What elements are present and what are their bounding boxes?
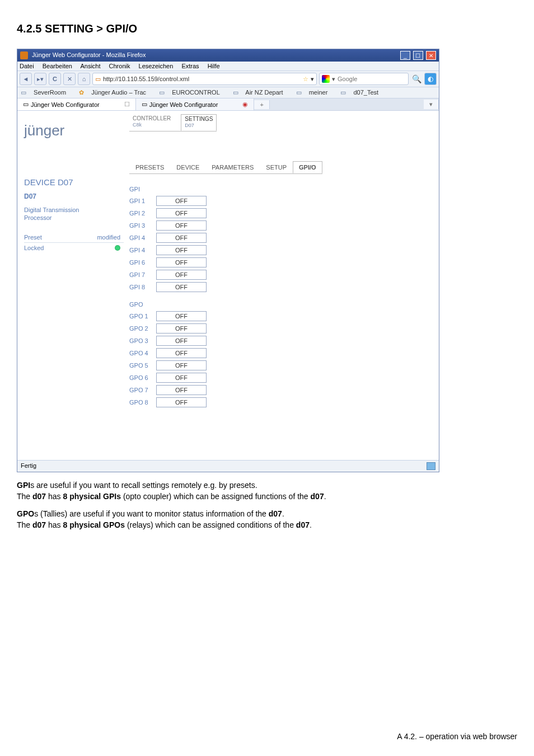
gpo-row: GPO 4OFF xyxy=(129,348,433,358)
gpo-select[interactable]: OFF xyxy=(156,311,207,321)
gpi-select[interactable]: OFF xyxy=(156,220,207,231)
subtab-gpio[interactable]: GPI/O xyxy=(293,161,322,173)
device-subtitle: D07 xyxy=(24,192,124,200)
gpi-select[interactable]: OFF xyxy=(156,282,207,292)
menu-chronik[interactable]: Chronik xyxy=(109,63,130,69)
tab-strip: ▭ Jünger Web Configurator ☐ ▭ Jünger Web… xyxy=(17,98,439,111)
firefox-icon xyxy=(20,51,28,59)
menu-datei[interactable]: Datei xyxy=(20,63,34,69)
address-bar[interactable]: ▭ http://10.110.55.159/control.xml ☆ ▾ xyxy=(92,73,317,85)
forward-button[interactable]: ▸▾ xyxy=(34,73,46,85)
gpo-select[interactable]: OFF xyxy=(156,397,207,407)
menu-hilfe[interactable]: Hilfe xyxy=(208,63,220,69)
gpo-label: GPO 5 xyxy=(129,362,152,369)
subtab-parameters[interactable]: PARAMETERS xyxy=(205,161,260,173)
gpo-select[interactable]: OFF xyxy=(156,385,207,395)
menu-bearbeiten[interactable]: Bearbeiten xyxy=(43,63,72,69)
device-title: DEVICE D07 xyxy=(24,177,124,187)
tab-label: SETTINGS xyxy=(185,116,213,122)
menu-extras[interactable]: Extras xyxy=(181,63,199,69)
gpi-row: GPI 8OFF xyxy=(129,282,433,292)
gpi-row: GPI 3OFF xyxy=(129,220,433,231)
junger-logo: jünger xyxy=(24,122,124,139)
tab-controller[interactable]: CONTROLLER C8k xyxy=(129,114,174,131)
pin-icon: ◉ xyxy=(242,101,248,108)
gpo-label: GPO 1 xyxy=(129,313,152,320)
bookmark-toolbar: ▭ SeverRoom ✿ Jünger Audio – Trac ▭ EURO… xyxy=(17,87,439,98)
titlebar-left: Jünger Web Configurator - Mozilla Firefo… xyxy=(20,51,146,59)
minimize-button[interactable]: _ xyxy=(400,51,410,60)
gpo-label: GPO 4 xyxy=(129,350,152,356)
monitor-icon xyxy=(427,462,435,470)
gpo-select[interactable]: OFF xyxy=(156,336,207,346)
bookmark-star-icon[interactable]: ☆ xyxy=(301,74,311,84)
browser-tab[interactable]: ▭ Jünger Web Configurator ◉ xyxy=(136,98,255,110)
tab-sublabel: C8k xyxy=(133,122,171,128)
gpi-section: GPI GPI 1OFF GPI 2OFF GPI 3OFF GPI 4OFF … xyxy=(124,186,433,407)
search-placeholder: Google xyxy=(338,76,357,82)
gpo-label: GPO 8 xyxy=(129,399,152,406)
bookmark-item[interactable]: ✿ Jünger Audio – Trac xyxy=(79,89,152,96)
bookmark-item[interactable]: ▭ Air NZ Depart xyxy=(233,89,289,96)
url-text: http://10.110.55.159/control.xml xyxy=(103,76,189,82)
subtab-setup[interactable]: SETUP xyxy=(260,161,293,173)
home-button[interactable]: ⌂ xyxy=(78,73,90,85)
tab-sublabel: D07 xyxy=(185,123,213,128)
search-go-icon[interactable]: 🔍 xyxy=(411,74,422,83)
gpi-select[interactable]: OFF xyxy=(156,245,207,255)
gpi-label: GPI 4 xyxy=(129,247,152,253)
gpi-select[interactable]: OFF xyxy=(156,208,207,218)
gpi-heading: GPI xyxy=(129,186,433,192)
tab-close-icon[interactable]: ☐ xyxy=(124,101,130,108)
gpi-select[interactable]: OFF xyxy=(156,257,207,267)
gpi-select[interactable]: OFF xyxy=(156,196,207,206)
tab-label: Jünger Web Configurator xyxy=(31,101,100,108)
gpo-select[interactable]: OFF xyxy=(156,323,207,334)
new-tab-button[interactable]: + xyxy=(254,100,269,109)
gpi-select[interactable]: OFF xyxy=(156,270,207,280)
gpi-label: GPI 2 xyxy=(129,210,152,217)
gpo-select[interactable]: OFF xyxy=(156,348,207,358)
subtab-presets[interactable]: PRESETS xyxy=(129,161,170,173)
gpo-select[interactable]: OFF xyxy=(156,373,207,383)
back-button[interactable]: ◄ xyxy=(20,73,32,85)
gpo-label: GPO 6 xyxy=(129,374,152,381)
bookmark-item[interactable]: ▭ EUROCONTROL xyxy=(159,89,226,96)
menu-lesezeichen[interactable]: Lesezeichen xyxy=(139,63,174,69)
stop-button[interactable]: ✕ xyxy=(63,73,76,85)
reload-button[interactable]: C xyxy=(49,73,61,85)
search-box[interactable]: ▾ Google xyxy=(319,73,409,85)
gpi-row: GPI 6OFF xyxy=(129,257,433,267)
menu-ansicht[interactable]: Ansicht xyxy=(80,63,100,69)
gpo-row: GPO 8OFF xyxy=(129,397,433,407)
tab-label: CONTROLLER xyxy=(133,115,171,121)
gpo-row: GPO 6OFF xyxy=(129,373,433,383)
locked-row: Locked xyxy=(24,243,124,253)
bookmark-item[interactable]: ▭ d07_Test xyxy=(340,89,384,96)
gpo-label: GPO 7 xyxy=(129,387,152,393)
dropdown-icon[interactable]: ▾ xyxy=(311,76,314,83)
gpo-label: GPO 2 xyxy=(129,325,152,332)
bookmark-item[interactable]: ▭ SeverRoom xyxy=(21,89,72,96)
gpo-select[interactable]: OFF xyxy=(156,360,207,370)
gpi-row: GPI 1OFF xyxy=(129,196,433,206)
close-button[interactable]: ✕ xyxy=(426,51,436,60)
gpi-label: GPI 7 xyxy=(129,271,152,278)
gpo-row: GPO 5OFF xyxy=(129,360,433,370)
sidebar: CONTROLLER C8k SETTINGS D07 jünger PRESE… xyxy=(17,111,124,460)
preset-label: Preset xyxy=(24,234,42,241)
subtab-device[interactable]: DEVICE xyxy=(170,161,205,173)
bookmark-item[interactable]: ▭ meiner xyxy=(296,89,334,96)
abp-icon[interactable]: ◐ xyxy=(424,73,437,85)
gpi-label: GPI 3 xyxy=(129,222,152,229)
gpo-heading: GPO xyxy=(129,301,433,308)
tab-list-button[interactable]: ▾ xyxy=(424,100,439,109)
status-text: Fertig xyxy=(21,462,36,470)
gpi-label: GPI 6 xyxy=(129,259,152,266)
maximize-button[interactable]: ☐ xyxy=(413,51,423,60)
tab-settings[interactable]: SETTINGS D07 xyxy=(181,114,217,131)
gpi-select[interactable]: OFF xyxy=(156,233,207,243)
tab-icon: ▭ xyxy=(142,101,147,108)
site-icon: ▭ xyxy=(95,76,101,83)
browser-tab[interactable]: ▭ Jünger Web Configurator ☐ xyxy=(17,98,136,110)
